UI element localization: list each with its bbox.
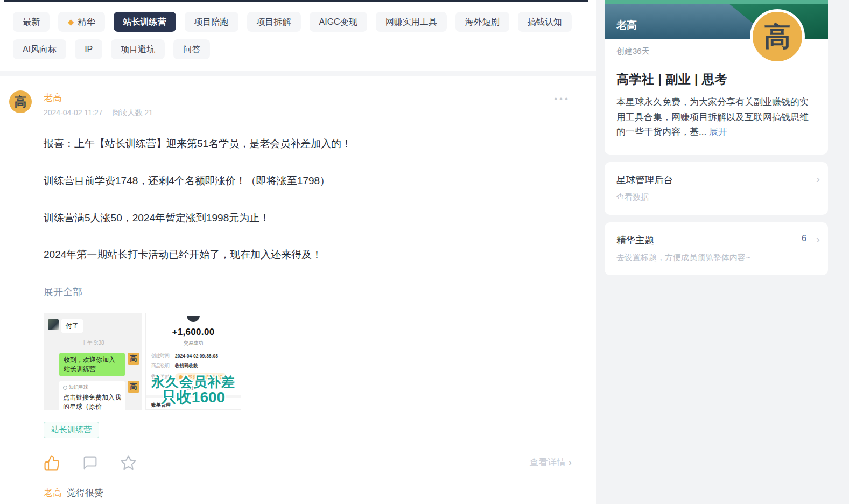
chat-peer-avatar	[48, 319, 59, 330]
view-detail-link[interactable]: 查看详情›	[529, 456, 572, 468]
filter-tag[interactable]: 站长训练营	[114, 12, 176, 32]
chat-incoming-row: 付了	[48, 319, 142, 333]
tag-bar: 最新◆精华站长训练营项目陪跑项目拆解AIGC变现网赚实用工具海外短剧搞钱认知AI…	[0, 2, 596, 68]
filter-tag-label: 站长训练营	[123, 17, 166, 27]
main-column: 最新◆精华站长训练营项目陪跑项目拆解AIGC变现网赚实用工具海外短剧搞钱认知AI…	[0, 2, 596, 504]
filter-tag[interactable]: AI风向标	[13, 39, 66, 59]
digest-topics-title: 精华主题	[616, 234, 816, 247]
chat-message-right: 收到，欢迎你加入站长训练营	[59, 353, 125, 377]
liked-row: 老高觉得很赞	[44, 487, 596, 499]
post-paragraph: 训练营满5人涨50，2024年暂定涨到1998元为止！	[44, 211, 553, 226]
receipt-amount: +1,600.00	[146, 327, 241, 338]
chat-message-left: 付了	[61, 319, 83, 333]
planet-logo-icon	[63, 386, 67, 390]
attachment-payment-screenshot[interactable]: +1,600.00 交易成功 创建时间2024-04-02 09:36:03商品…	[145, 313, 241, 410]
digest-topics-card[interactable]: 精华主题 去设置标题，方便成员预览整体内容~ 6 ›	[605, 222, 828, 275]
sidebar: 老高 高 创建36天 高学社 | 副业 | 思考 本星球永久免费，为大家分享有关…	[605, 0, 828, 275]
liked-by-name[interactable]: 老高	[44, 488, 62, 498]
receipt-overlay-text: 永久会员补差 只收1600	[146, 375, 241, 405]
receipt-status: 交易成功	[146, 340, 241, 347]
chat-link-card: 知识星球 点击链接免费加入我的星球（原价¥200...	[59, 381, 125, 409]
filter-tag[interactable]: 最新	[13, 12, 50, 32]
post-actions: 查看详情›	[44, 454, 596, 472]
admin-panel-title: 星球管理后台	[616, 173, 816, 186]
chevron-right-icon[interactable]: ›	[816, 233, 820, 246]
chat-link-card-row: 知识星球 点击链接免费加入我的星球（原价¥200... 高	[44, 381, 139, 409]
filter-tag-label: 项目避坑	[121, 44, 155, 54]
filter-tag-label: AIGC变现	[319, 17, 357, 27]
filter-tag-label: 问答	[183, 44, 200, 54]
post-paragraph: 2024年第一期站长打卡活动已经开始了，现在加入还来得及！	[44, 247, 553, 262]
banner-top-strip	[605, 0, 828, 4]
chevron-right-icon[interactable]: ›	[816, 172, 820, 185]
filter-tag[interactable]: 项目拆解	[247, 12, 301, 32]
avatar[interactable]: 高	[9, 90, 32, 113]
banner-owner-name: 老高	[616, 18, 637, 32]
receipt-avatar-icon	[187, 316, 200, 322]
section-divider	[0, 71, 596, 76]
post-header: 高 老高 2024-04-02 11:27 阅读人数 21	[9, 90, 596, 118]
planet-title: 高学社 | 副业 | 思考	[616, 71, 816, 88]
post-card: 高 老高 2024-04-02 11:27 阅读人数 21 ••• 报喜：上午【…	[0, 76, 596, 504]
comment-button[interactable]	[82, 455, 98, 471]
filter-tag-label: 精华	[78, 17, 95, 27]
description-expand-link[interactable]: 展开	[709, 127, 727, 137]
post-attachments: 付了 上午 9:38 收到，欢迎你加入站长训练营 高 知识星球 点击链接免费加入…	[44, 313, 596, 410]
thumbs-up-icon	[44, 454, 60, 471]
filter-tag[interactable]: AIGC变现	[310, 12, 367, 32]
topic-tag[interactable]: 站长训练营	[44, 422, 99, 438]
filter-tag[interactable]: 搞钱认知	[518, 12, 572, 32]
receipt-row-label: 商品说明	[151, 363, 175, 369]
filter-tag-label: 项目拆解	[257, 17, 291, 27]
planet-profile-card: 老高 高 创建36天 高学社 | 副业 | 思考 本星球永久免费，为大家分享有关…	[605, 0, 828, 155]
planet-info: 创建36天 高学社 | 副业 | 思考 本星球永久免费，为大家分享有关副业赚钱的…	[605, 46, 828, 139]
read-count: 阅读人数 21	[112, 108, 152, 117]
receipt-row-label: 创建时间	[151, 353, 175, 359]
post-meta: 2024-04-02 11:27 阅读人数 21	[44, 108, 160, 118]
receipt-row-value: 收钱码收款	[175, 363, 198, 369]
filter-tag[interactable]: 项目陪跑	[185, 12, 238, 32]
receipt-row: 创建时间2024-04-02 09:36:03	[151, 353, 235, 359]
chat-outgoing-row: 收到，欢迎你加入站长训练营 高	[44, 353, 139, 377]
author-name[interactable]: 老高	[44, 92, 160, 104]
filter-tag-label: IP	[85, 44, 93, 54]
chat-self-avatar: 高	[128, 353, 139, 365]
receipt-row: 商品说明收钱码收款	[151, 363, 235, 369]
filter-tag-label: AI风向标	[23, 44, 57, 54]
planet-description: 本星球永久免费，为大家分享有关副业赚钱的实用工具合集，网赚项目拆解以及互联网搞钱…	[616, 95, 816, 139]
chat-timestamp: 上午 9:38	[44, 339, 142, 347]
chat-card-text: 点击链接免费加入我的星球（原价¥200...	[63, 393, 121, 409]
receipt-row-value: 2024-04-02 09:36:03	[175, 353, 218, 359]
filter-tag-label: 项目陪跑	[194, 17, 229, 27]
chat-self-avatar: 高	[128, 381, 139, 393]
filter-tag[interactable]: 问答	[173, 39, 210, 59]
filter-tag-label: 搞钱认知	[528, 17, 562, 27]
filter-tag[interactable]: 项目避坑	[111, 39, 165, 59]
liked-text: 觉得很赞	[67, 488, 103, 498]
like-button[interactable]	[44, 454, 60, 471]
filter-tag[interactable]: ◆精华	[58, 12, 105, 32]
filter-tag[interactable]: 网赚实用工具	[376, 12, 447, 32]
digest-topics-count: 6	[802, 234, 806, 243]
filter-tag-label: 最新	[23, 17, 40, 27]
filter-tag-label: 网赚实用工具	[385, 17, 437, 27]
chevron-right-icon: ›	[568, 457, 572, 467]
expand-all-link[interactable]: 展开全部	[44, 285, 82, 298]
planet-avatar[interactable]: 高	[750, 9, 805, 64]
admin-panel-card[interactable]: 星球管理后台 查看数据 ›	[605, 162, 828, 215]
chat-card-app: 知识星球	[69, 384, 88, 391]
filter-tag[interactable]: IP	[75, 39, 102, 59]
digest-topics-subtitle: 去设置标题，方便成员预览整体内容~	[616, 253, 816, 263]
right-zone: 老高 高 创建36天 高学社 | 副业 | 思考 本星球永久免费，为大家分享有关…	[596, 0, 849, 504]
admin-panel-subtitle: 查看数据	[616, 192, 816, 202]
comment-icon	[82, 455, 98, 471]
favorite-button[interactable]	[120, 454, 137, 471]
attachment-chat-screenshot[interactable]: 付了 上午 9:38 收到，欢迎你加入站长训练营 高 知识星球 点击链接免费加入…	[44, 313, 142, 410]
more-menu-icon[interactable]: •••	[554, 94, 570, 104]
filter-tag[interactable]: 海外短剧	[455, 12, 509, 32]
post-paragraph: 训练营目前学费1748，还剩4个名额即涨价！（即将涨至1798）	[44, 173, 553, 188]
post-paragraph: 报喜：上午【站长训练营】迎来第51名学员，是老会员补差加入的！	[44, 136, 553, 151]
post-date: 2024-04-02 11:27	[44, 108, 103, 117]
filter-tag-label: 海外短剧	[465, 17, 500, 27]
post-body: 报喜：上午【站长训练营】迎来第51名学员，是老会员补差加入的！训练营目前学费17…	[44, 136, 553, 262]
